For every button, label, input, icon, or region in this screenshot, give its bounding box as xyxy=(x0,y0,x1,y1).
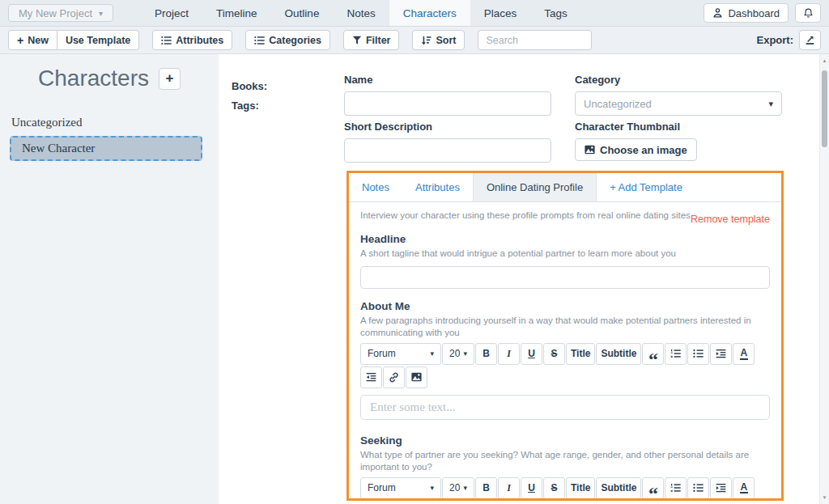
bullet-list-icon xyxy=(693,483,704,493)
tab-timeline[interactable]: Timeline xyxy=(202,0,271,26)
new-button[interactable]: + New xyxy=(8,30,57,50)
category-group-label: Uncategorized xyxy=(11,116,219,129)
filter-button[interactable]: Filter xyxy=(343,30,400,50)
name-label: Name xyxy=(344,74,551,86)
link-button[interactable] xyxy=(383,366,405,388)
export-button[interactable] xyxy=(799,30,821,50)
strikethrough-button[interactable]: S xyxy=(543,477,565,499)
section-seeking: Seeking What type of partner are you see… xyxy=(360,434,770,501)
choose-image-button[interactable]: Choose an image xyxy=(575,138,697,161)
section-headline: Headline A short tagline that would intr… xyxy=(360,233,770,289)
about-me-editor[interactable] xyxy=(360,395,770,420)
dashboard-label: Dashboard xyxy=(728,7,780,19)
category-select[interactable]: Uncategorized ▾ xyxy=(575,91,782,116)
vertical-scrollbar[interactable]: ▲ ▼ xyxy=(819,54,829,504)
chevron-down-icon: ▾ xyxy=(430,484,434,492)
underline-button[interactable]: U xyxy=(521,343,542,365)
bold-button[interactable]: B xyxy=(475,343,497,365)
section-title: Headline xyxy=(360,233,770,245)
dashboard-button[interactable]: Dashboard xyxy=(704,3,789,23)
title-format-button[interactable]: Title xyxy=(566,343,595,365)
books-label: Books: xyxy=(232,80,267,92)
category-field: Category Uncategorized ▾ xyxy=(575,74,782,116)
ordered-list-button[interactable] xyxy=(665,477,687,499)
tab-template-notes[interactable]: Notes xyxy=(349,173,402,201)
short-description-field: Short Description xyxy=(344,121,551,163)
font-color-button[interactable]: A xyxy=(733,343,755,365)
title-format-button[interactable]: Title xyxy=(566,477,595,499)
search-input[interactable] xyxy=(478,30,592,50)
list-icon xyxy=(254,36,265,45)
remove-template-link[interactable]: Remove template xyxy=(691,210,770,225)
font-color-button[interactable]: A xyxy=(733,477,755,499)
subtitle-format-button[interactable]: Subtitle xyxy=(596,477,641,499)
tab-places[interactable]: Places xyxy=(470,0,531,26)
italic-button[interactable]: I xyxy=(498,477,520,499)
font-family-value: Forum xyxy=(368,482,396,493)
characters-toolbar: + New Use Template Attributes Categories xyxy=(0,27,829,54)
strikethrough-button[interactable]: S xyxy=(543,343,565,365)
tab-outline[interactable]: Outline xyxy=(271,0,334,26)
sort-button[interactable]: Sort xyxy=(412,30,465,50)
choose-image-label: Choose an image xyxy=(600,144,687,156)
name-field: Name xyxy=(344,74,551,116)
bold-button[interactable]: B xyxy=(475,477,497,499)
subtitle-format-button[interactable]: Subtitle xyxy=(596,343,641,365)
font-size-select[interactable]: 20 ▾ xyxy=(442,477,474,499)
add-character-button[interactable]: + xyxy=(159,68,181,90)
tab-online-dating-profile[interactable]: Online Dating Profile xyxy=(473,173,597,201)
tab-project[interactable]: Project xyxy=(141,0,202,26)
scroll-up-arrow[interactable]: ▲ xyxy=(820,58,829,63)
notifications-button[interactable] xyxy=(795,3,821,23)
blockquote-button[interactable]: “ xyxy=(642,343,664,365)
sort-icon xyxy=(421,36,432,45)
bullet-list-button[interactable] xyxy=(687,343,709,365)
font-family-select[interactable]: Forum ▾ xyxy=(360,343,441,365)
underline-button[interactable]: U xyxy=(521,477,542,499)
project-switcher-label: My New Project xyxy=(19,7,92,19)
bullet-list-button[interactable] xyxy=(687,477,709,499)
scrollbar-thumb[interactable] xyxy=(822,70,827,147)
short-description-input[interactable] xyxy=(344,138,551,163)
use-template-button[interactable]: Use Template xyxy=(57,30,139,50)
insert-image-button[interactable] xyxy=(406,366,427,388)
italic-button[interactable]: I xyxy=(498,343,520,365)
character-item-label: New Character xyxy=(22,142,95,155)
export-group: Export: xyxy=(757,30,822,50)
chevron-down-icon: ▾ xyxy=(430,349,434,358)
headline-input[interactable] xyxy=(360,266,770,289)
attributes-button[interactable]: Attributes xyxy=(152,30,232,50)
font-color-letter: A xyxy=(740,482,749,494)
character-list-item[interactable]: New Character xyxy=(10,136,202,161)
person-icon xyxy=(712,7,723,19)
font-size-value: 20 xyxy=(449,482,460,493)
tab-characters[interactable]: Characters xyxy=(389,0,470,26)
plus-icon: + xyxy=(166,70,174,87)
template-panel: Notes Attributes Online Dating Profile +… xyxy=(346,171,784,501)
thumbnail-field: Character Thumbnail Choose an image xyxy=(575,121,782,161)
new-button-group: + New Use Template xyxy=(8,30,139,50)
name-input[interactable] xyxy=(344,91,551,116)
tab-template-attributes[interactable]: Attributes xyxy=(402,173,473,201)
page-title: Characters xyxy=(38,66,149,91)
sidebar-header: Characters + xyxy=(0,66,219,91)
blockquote-button[interactable]: “ xyxy=(642,477,664,499)
outdent-button[interactable] xyxy=(360,366,382,388)
font-family-select[interactable]: Forum ▾ xyxy=(360,477,441,499)
indent-button[interactable] xyxy=(710,477,732,499)
filter-label: Filter xyxy=(366,35,391,46)
section-help: A few paragraphs introducing yourself in… xyxy=(360,315,770,339)
link-icon xyxy=(389,372,399,383)
project-switcher-button[interactable]: My New Project ▾ xyxy=(8,4,113,22)
characters-sidebar: Characters + Uncategorized New Character xyxy=(0,54,219,504)
categories-button[interactable]: Categories xyxy=(245,30,330,50)
scroll-down-arrow[interactable]: ▼ xyxy=(820,495,829,500)
ordered-list-button[interactable] xyxy=(665,343,687,365)
indent-button[interactable] xyxy=(710,343,732,365)
filter-icon xyxy=(352,36,362,45)
tab-notes[interactable]: Notes xyxy=(333,0,389,26)
template-body: Interview your character using these pro… xyxy=(349,202,781,501)
tab-tags[interactable]: Tags xyxy=(530,0,581,26)
add-template-tab[interactable]: + Add Template xyxy=(597,173,695,201)
font-size-select[interactable]: 20 ▾ xyxy=(442,343,474,365)
